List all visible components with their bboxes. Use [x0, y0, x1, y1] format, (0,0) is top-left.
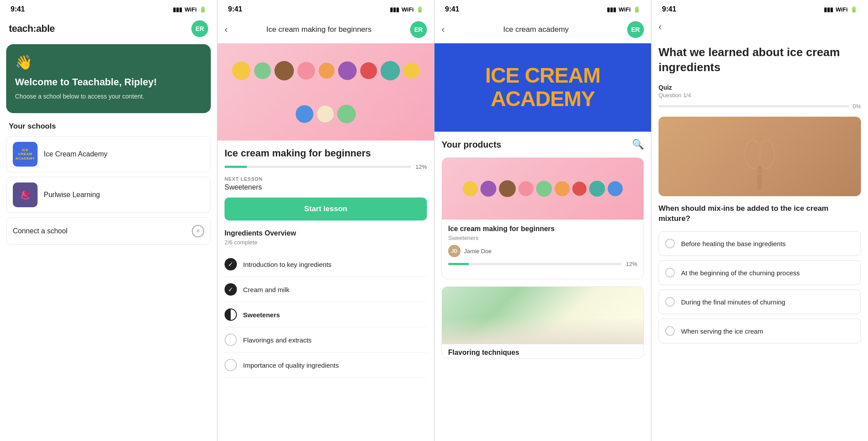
school-name-purlwise: Purlwise Learning — [44, 191, 100, 199]
p4-header: ‹ — [651, 17, 868, 38]
answer-option-4[interactable]: When serving the ice cream — [659, 319, 861, 343]
answer-option-3[interactable]: During the final minutes of churning — [659, 289, 861, 314]
wave-emoji: 👋 — [15, 54, 202, 71]
signal-icon-4: ▮▮▮ — [824, 6, 833, 13]
product-progress-bg — [448, 263, 621, 265]
whisk-svg — [733, 121, 786, 192]
p3-header-title: Ice cream academy — [503, 25, 568, 34]
back-button-4[interactable]: ‹ — [659, 21, 662, 33]
products-title: Your products — [442, 140, 501, 150]
lesson-half-icon-3 — [225, 308, 237, 321]
lesson-text-1: Introduction to key ingredients — [243, 261, 331, 268]
product-progress-row: 12% — [448, 261, 637, 267]
answer-option-1[interactable]: Before heating the base ingredients — [659, 231, 861, 256]
teachable-logo: teach:able — [9, 23, 55, 34]
quiz-label: Quiz — [659, 84, 861, 91]
quiz-question-number: Question 1/4 — [659, 92, 861, 99]
instructor-name-1: Jamie Doe — [464, 248, 491, 255]
product-card-sub-1: Sweeteners — [448, 235, 637, 241]
battery-icon-3: 🔋 — [633, 6, 640, 13]
time-1: 9:41 — [11, 5, 25, 13]
school-item-ice-cream[interactable]: ICECREAMACADEMY Ice Cream Academy — [6, 136, 211, 172]
answer-option-2[interactable]: At the beginning of the churning process — [659, 260, 861, 285]
radio-circle-2 — [665, 268, 675, 278]
course-hero-image — [217, 43, 434, 141]
user-avatar-2[interactable]: ER — [410, 21, 427, 38]
academy-hero-text: ICE CREAM ACADEMY — [434, 64, 651, 111]
dot-9 — [404, 63, 419, 79]
lesson-check-icon-2: ✓ — [225, 283, 237, 296]
lesson-item-5[interactable]: Importance of quality ingredients — [225, 353, 427, 378]
welcome-title: Welcome to Teachable, Ripley! — [15, 76, 202, 89]
quiz-progress-bg — [659, 105, 849, 107]
product-progress-fill — [448, 263, 469, 265]
radio-circle-1 — [665, 239, 675, 248]
p2-header: ‹ Ice cream making for beginners ER — [217, 17, 434, 43]
product-card-title-2: Flavoring techniques — [442, 344, 643, 358]
schools-section-title: Your schools — [0, 113, 217, 136]
start-lesson-button[interactable]: Start lesson — [225, 198, 427, 220]
lesson-text-2: Cream and milk — [243, 286, 289, 293]
p3-main-content: Your products 🔍 Ice cream making for beg… — [434, 132, 651, 366]
school-item-purlwise[interactable]: 🧶 Purlwise Learning — [6, 177, 211, 213]
lesson-item-1[interactable]: ✓ Introduction to key ingredients — [225, 252, 427, 277]
lesson-text-4: Flavorings and extracts — [243, 336, 312, 344]
quiz-image — [659, 117, 861, 196]
phone-2: 9:41 ▮▮▮ WiFi 🔋 ‹ Ice cream making for b… — [217, 0, 434, 441]
course-progress-fill — [225, 166, 247, 168]
lesson-item-4[interactable]: Flavorings and extracts — [225, 327, 427, 353]
lesson-empty-icon-5 — [225, 359, 237, 371]
user-avatar-1[interactable]: ER — [191, 20, 208, 37]
lesson-item-3[interactable]: Sweeteners — [225, 302, 427, 327]
status-bar-1: 9:41 ▮▮▮ WiFi 🔋 — [0, 0, 217, 17]
product-card-title-1: Ice cream making for beginners — [448, 225, 637, 233]
lesson-empty-icon-4 — [225, 334, 237, 346]
course-progress-bg — [225, 166, 411, 168]
next-lesson-name: Sweeteners — [225, 183, 427, 191]
course-progress-row: 12% — [225, 163, 427, 170]
product-card-1[interactable]: Ice cream making for beginners Sweetener… — [442, 157, 644, 279]
connect-school-btn[interactable]: Connect a school + — [6, 217, 211, 245]
signal-icon-2: ▮▮▮ — [390, 6, 399, 13]
dot-5 — [319, 63, 335, 79]
section-sub: 2/6 complete — [225, 239, 427, 246]
p4-main-content: What we learned about ice cream ingredie… — [651, 38, 868, 355]
time-4: 9:41 — [662, 5, 676, 13]
p3-header: ‹ Ice cream academy ER — [434, 17, 651, 43]
status-bar-2: 9:41 ▮▮▮ WiFi 🔋 — [217, 0, 434, 17]
hero-section: 👋 Welcome to Teachable, Ripley! Choose a… — [6, 44, 211, 113]
welcome-subtitle: Choose a school below to access your con… — [15, 92, 202, 101]
dot-4 — [297, 62, 315, 80]
answer-text-1: Before heating the base ingredients — [681, 239, 786, 248]
instructor-row-1: JD Jamie Doe — [448, 245, 637, 257]
connect-school-label: Connect a school — [13, 227, 68, 235]
dot-3 — [274, 61, 294, 80]
p2-main-content: Ice cream making for beginners 12% NEXT … — [217, 141, 434, 378]
p1-header: teach:able ER — [0, 17, 217, 44]
user-avatar-3[interactable]: ER — [627, 21, 644, 38]
phone-1: 9:41 ▮▮▮ WiFi 🔋 teach:able ER 👋 Welcome … — [0, 0, 217, 441]
battery-icon-4: 🔋 — [850, 6, 857, 13]
dot-7 — [360, 62, 377, 79]
product-card-2[interactable]: Flavoring techniques — [442, 286, 644, 359]
dot-1 — [232, 61, 251, 80]
answer-text-4: When serving the ice cream — [681, 327, 763, 336]
product-card-image-1 — [442, 158, 643, 220]
school-thumb-ice: ICECREAMACADEMY — [13, 142, 38, 167]
quiz-progress-pct: 0% — [853, 103, 861, 110]
back-button-2[interactable]: ‹ — [225, 24, 228, 35]
status-bar-3: 9:41 ▮▮▮ WiFi 🔋 — [434, 0, 651, 17]
lesson-text-3: Sweeteners — [243, 311, 280, 319]
search-icon[interactable]: 🔍 — [632, 139, 644, 150]
lesson-check-icon-1: ✓ — [225, 258, 237, 270]
status-bar-4: 9:41 ▮▮▮ WiFi 🔋 — [651, 0, 868, 17]
lesson-item-2[interactable]: ✓ Cream and milk — [225, 277, 427, 302]
answer-text-3: During the final minutes of churning — [681, 297, 785, 307]
p2-header-title: Ice cream making for beginners — [266, 25, 372, 34]
svg-rect-0 — [758, 165, 762, 190]
dot-11 — [317, 106, 334, 122]
add-school-icon: + — [192, 225, 204, 237]
back-button-3[interactable]: ‹ — [442, 24, 445, 35]
dot-10 — [296, 105, 313, 123]
instructor-avatar-1: JD — [448, 245, 461, 257]
